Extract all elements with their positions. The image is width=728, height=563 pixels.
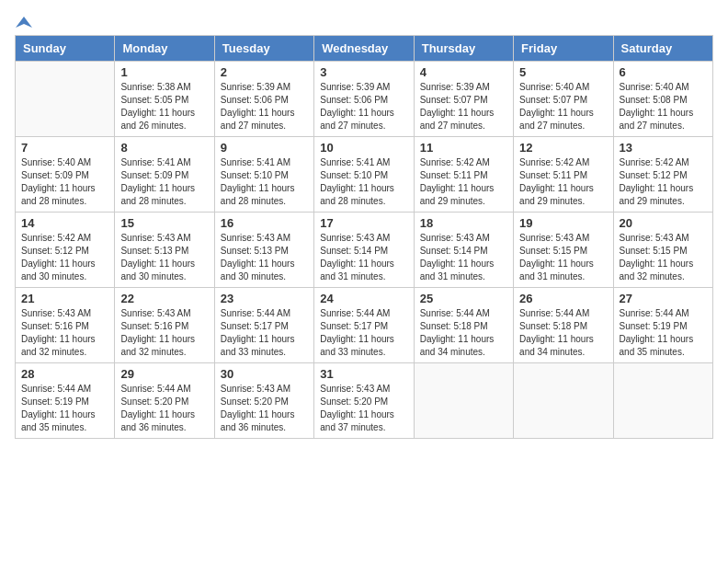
calendar-cell: 10Sunrise: 5:41 AM Sunset: 5:10 PM Dayli… bbox=[314, 137, 414, 213]
day-number: 20 bbox=[620, 216, 707, 230]
day-number: 18 bbox=[420, 216, 507, 230]
day-number: 19 bbox=[519, 216, 607, 230]
day-info: Sunrise: 5:43 AM Sunset: 5:16 PM Dayligh… bbox=[120, 307, 208, 359]
day-info: Sunrise: 5:43 AM Sunset: 5:15 PM Dayligh… bbox=[620, 232, 707, 283]
day-info: Sunrise: 5:43 AM Sunset: 5:20 PM Dayligh… bbox=[320, 383, 407, 434]
day-number: 30 bbox=[221, 367, 308, 381]
day-info: Sunrise: 5:42 AM Sunset: 5:11 PM Dayligh… bbox=[420, 156, 507, 208]
calendar-week-row: 14Sunrise: 5:42 AM Sunset: 5:12 PM Dayli… bbox=[16, 213, 713, 288]
day-of-week-header: Wednesday bbox=[314, 36, 414, 62]
calendar-cell: 12Sunrise: 5:42 AM Sunset: 5:11 PM Dayli… bbox=[514, 137, 613, 213]
calendar-cell: 11Sunrise: 5:42 AM Sunset: 5:11 PM Dayli… bbox=[414, 137, 513, 213]
day-number: 17 bbox=[320, 216, 407, 230]
calendar-cell bbox=[414, 363, 513, 439]
calendar-cell: 1Sunrise: 5:38 AM Sunset: 5:05 PM Daylig… bbox=[115, 62, 214, 137]
calendar-cell: 27Sunrise: 5:44 AM Sunset: 5:19 PM Dayli… bbox=[613, 288, 712, 363]
day-info: Sunrise: 5:39 AM Sunset: 5:07 PM Dayligh… bbox=[420, 81, 507, 132]
calendar-cell: 4Sunrise: 5:39 AM Sunset: 5:07 PM Daylig… bbox=[414, 62, 513, 137]
day-info: Sunrise: 5:44 AM Sunset: 5:17 PM Dayligh… bbox=[221, 307, 308, 359]
day-of-week-header: Thursday bbox=[414, 36, 513, 62]
calendar-cell: 13Sunrise: 5:42 AM Sunset: 5:12 PM Dayli… bbox=[613, 137, 712, 213]
day-number: 23 bbox=[221, 292, 308, 305]
day-of-week-header: Monday bbox=[115, 36, 214, 62]
calendar-header-row: SundayMondayTuesdayWednesdayThursdayFrid… bbox=[16, 36, 713, 62]
calendar-cell: 26Sunrise: 5:44 AM Sunset: 5:18 PM Dayli… bbox=[514, 288, 613, 363]
day-info: Sunrise: 5:43 AM Sunset: 5:14 PM Dayligh… bbox=[320, 232, 407, 283]
day-info: Sunrise: 5:41 AM Sunset: 5:10 PM Dayligh… bbox=[320, 156, 407, 208]
calendar-cell: 8Sunrise: 5:41 AM Sunset: 5:09 PM Daylig… bbox=[115, 137, 214, 213]
day-number: 27 bbox=[620, 292, 707, 305]
calendar-cell: 2Sunrise: 5:39 AM Sunset: 5:06 PM Daylig… bbox=[214, 62, 313, 137]
logo bbox=[15, 15, 33, 28]
logo-bird-icon bbox=[16, 15, 32, 31]
day-info: Sunrise: 5:43 AM Sunset: 5:15 PM Dayligh… bbox=[519, 232, 607, 283]
calendar-week-row: 21Sunrise: 5:43 AM Sunset: 5:16 PM Dayli… bbox=[16, 288, 713, 363]
day-number: 15 bbox=[120, 216, 208, 230]
day-info: Sunrise: 5:43 AM Sunset: 5:20 PM Dayligh… bbox=[221, 383, 308, 434]
day-number: 31 bbox=[320, 367, 407, 381]
day-number: 29 bbox=[120, 367, 208, 381]
day-info: Sunrise: 5:40 AM Sunset: 5:09 PM Dayligh… bbox=[21, 156, 108, 208]
calendar-cell: 25Sunrise: 5:44 AM Sunset: 5:18 PM Dayli… bbox=[414, 288, 513, 363]
calendar-cell: 31Sunrise: 5:43 AM Sunset: 5:20 PM Dayli… bbox=[314, 363, 414, 439]
day-number: 1 bbox=[120, 65, 208, 79]
day-info: Sunrise: 5:43 AM Sunset: 5:13 PM Dayligh… bbox=[120, 232, 208, 283]
day-number: 10 bbox=[320, 141, 407, 155]
calendar-cell: 9Sunrise: 5:41 AM Sunset: 5:10 PM Daylig… bbox=[214, 137, 313, 213]
day-info: Sunrise: 5:39 AM Sunset: 5:06 PM Dayligh… bbox=[320, 81, 407, 132]
day-info: Sunrise: 5:42 AM Sunset: 5:12 PM Dayligh… bbox=[21, 232, 108, 283]
calendar-cell: 22Sunrise: 5:43 AM Sunset: 5:16 PM Dayli… bbox=[115, 288, 214, 363]
day-number: 8 bbox=[120, 141, 208, 155]
day-info: Sunrise: 5:42 AM Sunset: 5:12 PM Dayligh… bbox=[620, 156, 707, 208]
day-number: 7 bbox=[21, 141, 108, 155]
day-info: Sunrise: 5:41 AM Sunset: 5:10 PM Dayligh… bbox=[221, 156, 308, 208]
day-number: 13 bbox=[620, 141, 707, 155]
calendar-table: SundayMondayTuesdayWednesdayThursdayFrid… bbox=[15, 35, 713, 439]
day-number: 9 bbox=[221, 141, 308, 155]
page-header bbox=[15, 15, 713, 28]
calendar-cell: 18Sunrise: 5:43 AM Sunset: 5:14 PM Dayli… bbox=[414, 213, 513, 288]
day-of-week-header: Sunday bbox=[16, 36, 115, 62]
day-number: 25 bbox=[420, 292, 507, 305]
calendar-cell: 15Sunrise: 5:43 AM Sunset: 5:13 PM Dayli… bbox=[115, 213, 214, 288]
calendar-cell: 19Sunrise: 5:43 AM Sunset: 5:15 PM Dayli… bbox=[514, 213, 613, 288]
calendar-cell: 14Sunrise: 5:42 AM Sunset: 5:12 PM Dayli… bbox=[16, 213, 115, 288]
calendar-cell: 29Sunrise: 5:44 AM Sunset: 5:20 PM Dayli… bbox=[115, 363, 214, 439]
day-number: 28 bbox=[21, 367, 108, 381]
calendar-cell bbox=[16, 62, 115, 137]
day-number: 3 bbox=[320, 65, 407, 79]
day-info: Sunrise: 5:44 AM Sunset: 5:19 PM Dayligh… bbox=[620, 307, 707, 359]
day-info: Sunrise: 5:43 AM Sunset: 5:16 PM Dayligh… bbox=[21, 307, 108, 359]
day-number: 12 bbox=[519, 141, 607, 155]
day-of-week-header: Saturday bbox=[613, 36, 712, 62]
day-info: Sunrise: 5:43 AM Sunset: 5:13 PM Dayligh… bbox=[221, 232, 308, 283]
day-of-week-header: Friday bbox=[514, 36, 613, 62]
calendar-cell: 23Sunrise: 5:44 AM Sunset: 5:17 PM Dayli… bbox=[214, 288, 313, 363]
day-number: 6 bbox=[620, 65, 707, 79]
calendar-week-row: 7Sunrise: 5:40 AM Sunset: 5:09 PM Daylig… bbox=[16, 137, 713, 213]
calendar-cell: 20Sunrise: 5:43 AM Sunset: 5:15 PM Dayli… bbox=[613, 213, 712, 288]
day-info: Sunrise: 5:40 AM Sunset: 5:07 PM Dayligh… bbox=[519, 81, 607, 132]
day-number: 26 bbox=[519, 292, 607, 305]
svg-marker-0 bbox=[16, 17, 32, 28]
calendar-cell: 6Sunrise: 5:40 AM Sunset: 5:08 PM Daylig… bbox=[613, 62, 712, 137]
day-info: Sunrise: 5:44 AM Sunset: 5:18 PM Dayligh… bbox=[420, 307, 507, 359]
calendar-cell: 30Sunrise: 5:43 AM Sunset: 5:20 PM Dayli… bbox=[214, 363, 313, 439]
day-number: 14 bbox=[21, 216, 108, 230]
day-number: 5 bbox=[519, 65, 607, 79]
calendar-cell bbox=[613, 363, 712, 439]
day-of-week-header: Tuesday bbox=[214, 36, 313, 62]
day-number: 4 bbox=[420, 65, 507, 79]
calendar-cell: 21Sunrise: 5:43 AM Sunset: 5:16 PM Dayli… bbox=[16, 288, 115, 363]
day-info: Sunrise: 5:44 AM Sunset: 5:19 PM Dayligh… bbox=[21, 383, 108, 434]
day-info: Sunrise: 5:38 AM Sunset: 5:05 PM Dayligh… bbox=[120, 81, 208, 132]
calendar-cell: 3Sunrise: 5:39 AM Sunset: 5:06 PM Daylig… bbox=[314, 62, 414, 137]
calendar-cell: 16Sunrise: 5:43 AM Sunset: 5:13 PM Dayli… bbox=[214, 213, 313, 288]
day-number: 11 bbox=[420, 141, 507, 155]
day-number: 16 bbox=[221, 216, 308, 230]
calendar-week-row: 28Sunrise: 5:44 AM Sunset: 5:19 PM Dayli… bbox=[16, 363, 713, 439]
calendar-cell: 24Sunrise: 5:44 AM Sunset: 5:17 PM Dayli… bbox=[314, 288, 414, 363]
day-number: 21 bbox=[21, 292, 108, 305]
calendar-week-row: 1Sunrise: 5:38 AM Sunset: 5:05 PM Daylig… bbox=[16, 62, 713, 137]
calendar-cell: 28Sunrise: 5:44 AM Sunset: 5:19 PM Dayli… bbox=[16, 363, 115, 439]
